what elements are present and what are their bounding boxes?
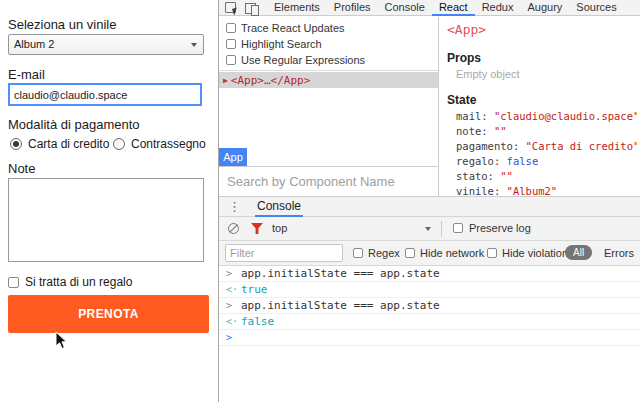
console-command-row: > app.initialState === app.state [219,298,640,314]
state-list: mail: "claudio@claudio.space" note: "" p… [456,109,637,196]
console-result-text: true [241,283,268,296]
state-key: stato: [456,170,494,182]
tab-react[interactable]: React [432,0,475,16]
result-arrow-icon: <· [226,314,238,330]
state-value[interactable]: "" [500,170,513,182]
level-errors[interactable]: Errors [604,247,634,259]
react-detail-pane: <App> Props Empty object State mail: "cl… [438,17,640,196]
state-value[interactable]: "Album2" [507,185,558,196]
console-input-row[interactable]: > [219,330,640,346]
state-value[interactable]: "Carta di credito" [526,140,637,152]
inspect-element-icon[interactable] [225,2,236,13]
vinile-select-value: Album 2 [14,38,54,50]
state-row-mail[interactable]: mail: "claudio@claudio.space" [456,109,637,124]
component-tree-item-app[interactable]: ▶ <App> … </App> [219,72,438,88]
console-command-row: > app.initialState === app.state [219,266,640,282]
state-title: State [447,93,476,107]
state-row-note[interactable]: note: "" [456,124,637,139]
preserve-log-label: Preserve log [469,222,531,234]
email-field[interactable] [8,83,202,106]
command-chevron-icon: > [226,298,232,314]
order-form-panel: Seleziona un vinile Album 2 E-mail Modal… [0,0,218,402]
component-search-input[interactable] [219,166,438,196]
state-row-vinile[interactable]: vinile: "Album2" [456,184,637,196]
hide-network-checkbox[interactable] [405,248,415,258]
context-chevron-down-icon[interactable] [425,227,431,231]
radio-contrassegno[interactable] [113,138,125,150]
app-tag-ellipsis: … [264,74,271,87]
expand-arrow-icon[interactable]: ▶ [223,76,228,85]
command-chevron-icon: > [226,266,232,282]
devtools-tab-bar: Elements Profiles Console React Redux Au… [219,0,640,16]
radio-contrassegno-label: Contrassegno [131,137,206,151]
state-key: regalo: [456,155,500,167]
trace-react-updates-label: Trace React Updates [241,22,345,34]
gift-checkbox[interactable] [8,277,19,288]
hide-violations-checkbox[interactable] [487,248,497,258]
state-key: mail: [456,110,488,122]
overflow-menu-icon[interactable]: ⋮ [228,196,241,217]
state-row-regalo[interactable]: regalo: false [456,154,637,169]
prenota-button[interactable]: PRENOTA [8,295,209,333]
console-result-text: false [241,315,274,328]
radio-carta-di-credito[interactable] [10,138,22,150]
state-value[interactable]: false [507,155,539,167]
vinile-label: Seleziona un vinile [8,17,116,32]
prompt-chevron-icon: > [226,330,232,346]
device-toolbar-icon[interactable] [245,2,259,14]
gift-checkbox-label: Si tratta di un regalo [25,275,132,289]
use-regular-expressions-label: Use Regular Expressions [241,54,365,66]
result-arrow-icon: <· [226,282,238,298]
tab-augury[interactable]: Augury [520,0,569,16]
console-filter-input[interactable] [225,244,343,262]
state-row-pagamento[interactable]: pagamento: "Carta di credito" [456,139,637,154]
mouse-cursor [55,331,68,350]
chevron-down-icon [191,43,197,47]
react-app-tab[interactable]: App [219,148,247,166]
trace-react-updates-checkbox[interactable] [226,23,236,33]
tab-redux[interactable]: Redux [475,0,521,16]
console-drawer: ⋮ Console top Preserve log Regex Hide ne… [219,196,640,402]
react-options: Trace React Updates Highlight Search Use… [219,17,438,71]
state-key: pagamento: [456,140,519,152]
note-label: Note [8,161,35,176]
console-header: ⋮ Console [219,196,640,217]
devtools-tabs: Elements Profiles Console React Redux Au… [267,0,624,16]
toolbar-divider [441,221,442,237]
tab-profiles[interactable]: Profiles [327,0,378,16]
state-row-stato[interactable]: stato: "" [456,169,637,184]
hide-violations-label: Hide violations [502,247,574,259]
level-all-pill[interactable]: All [565,245,592,260]
selected-component-tag: <App> [447,22,486,37]
radio-carta-di-credito-label: Carta di credito [28,137,109,151]
note-textarea[interactable] [8,178,204,262]
console-tab[interactable]: Console [255,196,303,217]
highlight-search-checkbox[interactable] [226,39,236,49]
tab-console[interactable]: Console [378,0,432,16]
app-open-tag: <App> [231,74,264,87]
console-result-row: <· false [219,314,640,330]
tab-sources[interactable]: Sources [569,0,623,16]
state-value[interactable]: "" [494,125,507,137]
filter-funnel-icon[interactable] [251,223,263,234]
regex-checkbox[interactable] [353,248,363,258]
option-trace-react-updates[interactable]: Trace React Updates [219,20,438,36]
console-toolbar: top Preserve log [219,217,640,241]
console-command-text: app.initialState === app.state [241,267,440,280]
clear-console-icon[interactable] [228,223,239,234]
use-regular-expressions-checkbox[interactable] [226,55,236,65]
console-filter-bar: Regex Hide network Hide violations All E… [219,241,640,266]
tab-elements[interactable]: Elements [267,0,327,16]
app-close-tag: </App> [271,74,311,87]
hide-network-label: Hide network [420,247,484,259]
preserve-log-checkbox[interactable] [453,223,463,233]
state-key: note: [456,125,488,137]
option-use-regular-expressions[interactable]: Use Regular Expressions [219,52,438,68]
vinile-select[interactable]: Album 2 [8,34,204,55]
state-value[interactable]: "claudio@claudio.space" [494,110,637,122]
option-highlight-search[interactable]: Highlight Search [219,36,438,52]
devtools-panel: Elements Profiles Console React Redux Au… [218,0,640,402]
console-result-row: <· true [219,282,640,298]
regex-label: Regex [368,247,400,259]
execution-context-selector[interactable]: top [272,222,287,234]
